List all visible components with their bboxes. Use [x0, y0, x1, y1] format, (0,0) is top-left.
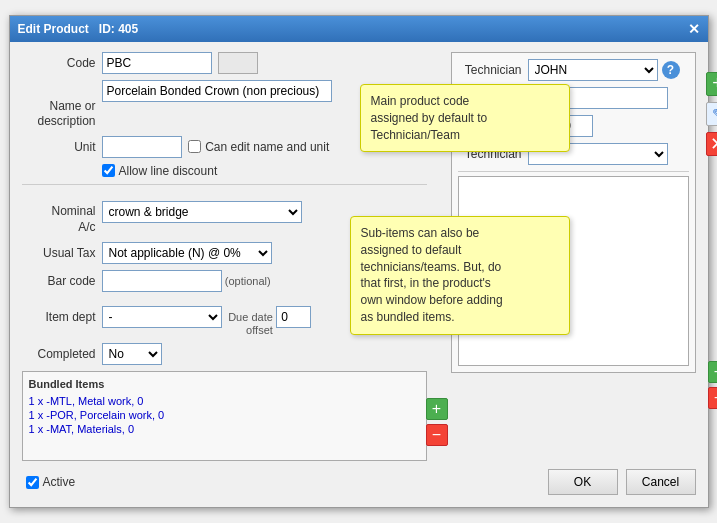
ok-button[interactable]: OK — [548, 469, 618, 495]
title-bar: Edit Product ID: 405 ✕ — [10, 16, 708, 42]
bundled-remove-button[interactable]: − — [426, 424, 448, 446]
barcode-input[interactable] — [102, 270, 222, 292]
right-edit-button[interactable]: ✎ — [706, 102, 718, 126]
window-title: Edit Product ID: 405 — [18, 22, 139, 36]
allow-discount-row: Allow line discount — [22, 164, 427, 178]
help-icon[interactable]: ? — [662, 61, 680, 79]
nominal-select[interactable]: crown & bridge — [102, 201, 302, 223]
close-button[interactable]: ✕ — [688, 21, 700, 37]
right-delete-button[interactable]: ✕ — [706, 132, 718, 156]
code-label: Code — [22, 56, 102, 70]
bundled-title: Bundled Items — [29, 378, 420, 390]
edit-product-window: Edit Product ID: 405 ✕ Code Name or desc… — [9, 15, 709, 508]
barcode-label: Bar code — [22, 274, 102, 288]
list-item: 1 x -MAT, Materials, 0 — [29, 422, 420, 436]
allow-discount-checkbox[interactable] — [102, 164, 115, 177]
active-checkbox[interactable] — [26, 476, 39, 489]
name-input[interactable] — [102, 80, 332, 102]
can-edit-checkbox-label[interactable]: Can edit name and unit — [188, 140, 329, 154]
list-item: 1 x -MTL, Metal work, 0 — [29, 394, 420, 408]
right-panel-add-button[interactable]: + — [708, 361, 718, 383]
allow-discount-label[interactable]: Allow line discount — [102, 164, 218, 178]
unit-label: Unit — [22, 140, 102, 154]
technician-label: Technician — [458, 63, 528, 77]
active-label[interactable]: Active — [22, 475, 76, 489]
code-row: Code — [22, 52, 427, 74]
bundled-section: Bundled Items 1 x -MTL, Metal work, 0 1 … — [22, 371, 427, 461]
completed-row: Completed No — [22, 343, 427, 365]
usual-tax-label: Usual Tax — [22, 246, 102, 260]
technician-select[interactable]: JOHN — [528, 59, 658, 81]
can-edit-checkbox[interactable] — [188, 140, 201, 153]
item-dept-label: Item dept — [22, 310, 102, 324]
due-date-label: Due date offset — [228, 298, 273, 338]
cancel-button[interactable]: Cancel — [626, 469, 696, 495]
due-date-input[interactable] — [276, 306, 311, 328]
technician-row: Technician JOHN ? — [458, 59, 689, 81]
code-input[interactable] — [102, 52, 212, 74]
barcode-optional: (optional) — [225, 275, 271, 287]
item-dept-select[interactable]: - — [102, 306, 222, 328]
bundled-list: 1 x -MTL, Metal work, 0 1 x -POR, Porcel… — [29, 394, 420, 454]
name-label: Name or description — [22, 80, 102, 130]
footer-row: Active OK Cancel — [22, 461, 696, 499]
list-item: 1 x -POR, Porcelain work, 0 — [29, 408, 420, 422]
completed-select[interactable]: No — [102, 343, 162, 365]
nominal-label: Nominal A/c — [22, 189, 102, 236]
completed-label: Completed — [22, 347, 102, 361]
right-add-button[interactable]: + — [706, 72, 718, 96]
tooltip1: Main product code assigned by default to… — [360, 84, 570, 152]
right-panel-remove-button[interactable]: − — [708, 387, 718, 409]
tooltip2: Sub-items can also be assigned to defaul… — [350, 216, 570, 335]
bundled-add-button[interactable]: + — [426, 398, 448, 420]
unit-input[interactable] — [102, 136, 182, 158]
usual-tax-select[interactable]: Not applicable (N) @ 0% — [102, 242, 272, 264]
